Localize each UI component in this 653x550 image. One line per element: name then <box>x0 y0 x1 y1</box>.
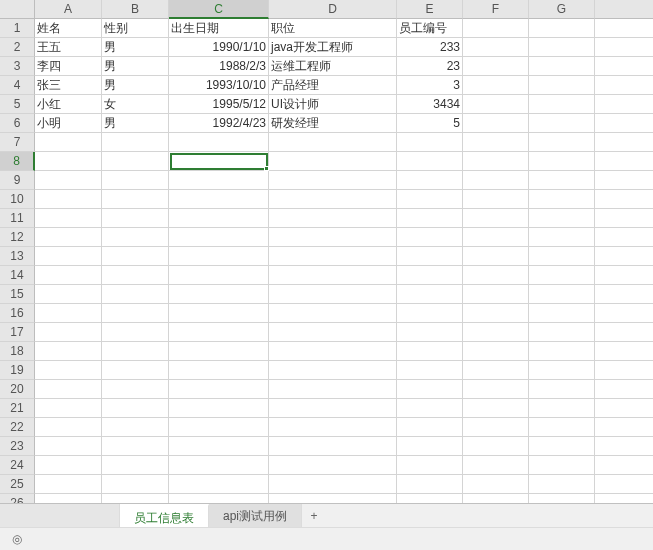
cell-A11[interactable] <box>35 209 102 228</box>
cell-B3[interactable]: 男 <box>102 57 169 76</box>
col-header-E[interactable]: E <box>397 0 463 19</box>
cell-extra-2[interactable] <box>595 38 653 57</box>
cell-D14[interactable] <box>269 266 397 285</box>
cell-E3[interactable]: 23 <box>397 57 463 76</box>
cell-A24[interactable] <box>35 456 102 475</box>
cell-extra-22[interactable] <box>595 418 653 437</box>
cell-E22[interactable] <box>397 418 463 437</box>
row-header-4[interactable]: 4 <box>0 76 35 95</box>
col-header-A[interactable]: A <box>35 0 102 19</box>
cell-D18[interactable] <box>269 342 397 361</box>
cell-C10[interactable] <box>169 190 269 209</box>
row-header-17[interactable]: 17 <box>0 323 35 342</box>
cell-G24[interactable] <box>529 456 595 475</box>
cell-G21[interactable] <box>529 399 595 418</box>
cell-E12[interactable] <box>397 228 463 247</box>
row-header-22[interactable]: 22 <box>0 418 35 437</box>
cell-C2[interactable]: 1990/1/10 <box>169 38 269 57</box>
cell-E10[interactable] <box>397 190 463 209</box>
cell-E23[interactable] <box>397 437 463 456</box>
cell-F14[interactable] <box>463 266 529 285</box>
row-header-15[interactable]: 15 <box>0 285 35 304</box>
cell-A20[interactable] <box>35 380 102 399</box>
row-header-14[interactable]: 14 <box>0 266 35 285</box>
cell-B21[interactable] <box>102 399 169 418</box>
cell-E1[interactable]: 员工编号 <box>397 19 463 38</box>
cell-D7[interactable] <box>269 133 397 152</box>
cell-C7[interactable] <box>169 133 269 152</box>
cell-C18[interactable] <box>169 342 269 361</box>
col-header-G[interactable]: G <box>529 0 595 19</box>
cell-F3[interactable] <box>463 57 529 76</box>
cell-A8[interactable] <box>35 152 102 171</box>
cell-D12[interactable] <box>269 228 397 247</box>
cell-A10[interactable] <box>35 190 102 209</box>
cell-C3[interactable]: 1988/2/3 <box>169 57 269 76</box>
cell-E9[interactable] <box>397 171 463 190</box>
cell-G17[interactable] <box>529 323 595 342</box>
cell-F5[interactable] <box>463 95 529 114</box>
cell-G3[interactable] <box>529 57 595 76</box>
cell-D10[interactable] <box>269 190 397 209</box>
cell-B6[interactable]: 男 <box>102 114 169 133</box>
cell-F8[interactable] <box>463 152 529 171</box>
cell-C24[interactable] <box>169 456 269 475</box>
cell-G10[interactable] <box>529 190 595 209</box>
cell-B19[interactable] <box>102 361 169 380</box>
cell-E24[interactable] <box>397 456 463 475</box>
row-header-9[interactable]: 9 <box>0 171 35 190</box>
cell-extra-12[interactable] <box>595 228 653 247</box>
cell-E17[interactable] <box>397 323 463 342</box>
cell-extra-25[interactable] <box>595 475 653 494</box>
cell-F7[interactable] <box>463 133 529 152</box>
cell-E25[interactable] <box>397 475 463 494</box>
row-header-25[interactable]: 25 <box>0 475 35 494</box>
cell-F13[interactable] <box>463 247 529 266</box>
cell-B8[interactable] <box>102 152 169 171</box>
row-header-21[interactable]: 21 <box>0 399 35 418</box>
cell-C23[interactable] <box>169 437 269 456</box>
cell-F10[interactable] <box>463 190 529 209</box>
cell-C5[interactable]: 1995/5/12 <box>169 95 269 114</box>
cell-extra-21[interactable] <box>595 399 653 418</box>
cell-D17[interactable] <box>269 323 397 342</box>
row-header-11[interactable]: 11 <box>0 209 35 228</box>
cell-F17[interactable] <box>463 323 529 342</box>
cell-E20[interactable] <box>397 380 463 399</box>
cell-extra-13[interactable] <box>595 247 653 266</box>
cell-C16[interactable] <box>169 304 269 323</box>
cell-F20[interactable] <box>463 380 529 399</box>
cell-C15[interactable] <box>169 285 269 304</box>
cell-D9[interactable] <box>269 171 397 190</box>
cell-extra-7[interactable] <box>595 133 653 152</box>
cell-G16[interactable] <box>529 304 595 323</box>
cell-F18[interactable] <box>463 342 529 361</box>
cell-A1[interactable]: 姓名 <box>35 19 102 38</box>
cell-D23[interactable] <box>269 437 397 456</box>
cell-C25[interactable] <box>169 475 269 494</box>
cell-A7[interactable] <box>35 133 102 152</box>
cell-D19[interactable] <box>269 361 397 380</box>
cell-C9[interactable] <box>169 171 269 190</box>
cell-C17[interactable] <box>169 323 269 342</box>
cell-D4[interactable]: 产品经理 <box>269 76 397 95</box>
cell-B17[interactable] <box>102 323 169 342</box>
cell-C11[interactable] <box>169 209 269 228</box>
cell-B9[interactable] <box>102 171 169 190</box>
row-header-3[interactable]: 3 <box>0 57 35 76</box>
row-header-24[interactable]: 24 <box>0 456 35 475</box>
cell-D25[interactable] <box>269 475 397 494</box>
cell-A5[interactable]: 小红 <box>35 95 102 114</box>
cell-D15[interactable] <box>269 285 397 304</box>
cell-A2[interactable]: 王五 <box>35 38 102 57</box>
cell-G18[interactable] <box>529 342 595 361</box>
cell-E2[interactable]: 233 <box>397 38 463 57</box>
cell-A9[interactable] <box>35 171 102 190</box>
row-header-6[interactable]: 6 <box>0 114 35 133</box>
cell-F6[interactable] <box>463 114 529 133</box>
cell-E15[interactable] <box>397 285 463 304</box>
cell-G7[interactable] <box>529 133 595 152</box>
row-header-8[interactable]: 8 <box>0 152 35 171</box>
cell-B7[interactable] <box>102 133 169 152</box>
cell-C12[interactable] <box>169 228 269 247</box>
